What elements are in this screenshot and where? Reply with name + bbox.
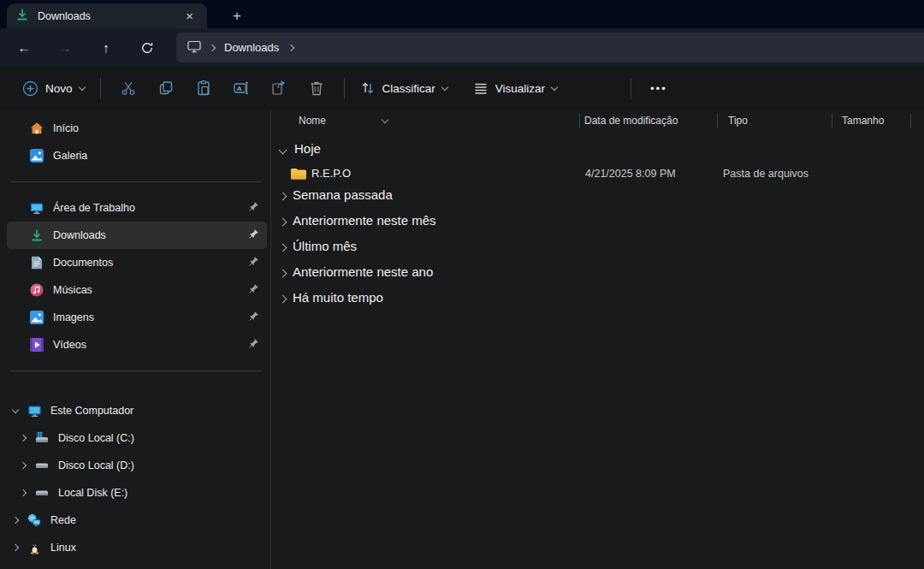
sidebar-item-documentos[interactable]: Documentos [7, 249, 267, 276]
breadcrumb-downloads[interactable]: Downloads [222, 41, 281, 54]
sidebar-item-musicas[interactable]: Músicas [7, 276, 267, 304]
chevron-right-icon[interactable] [18, 490, 28, 495]
close-tab-icon[interactable]: × [181, 8, 198, 24]
sidebar-item-videos[interactable]: Vídeos [7, 331, 267, 359]
sidebar-item-inicio[interactable]: Início [7, 115, 267, 142]
folder-icon [290, 167, 306, 181]
refresh-button[interactable] [130, 33, 164, 62]
group-label: Anteriormente neste ano [293, 264, 433, 279]
column-header-nome[interactable]: Nome [299, 115, 326, 127]
rename-icon: A [233, 80, 250, 97]
sidebar-item-imagens[interactable]: Imagens [7, 304, 267, 331]
column-resize-handle[interactable] [832, 114, 832, 128]
linux-penguin-icon [27, 541, 42, 554]
navigation-bar: ← → ↑ Downloads [0, 28, 924, 67]
sidebar-item-label: Disco Local (C:) [58, 432, 134, 444]
sort-button[interactable]: Classificar [353, 73, 454, 104]
group-header-ultimo-mes[interactable]: Último mês [271, 234, 924, 258]
pin-icon [248, 283, 259, 297]
drive-icon [34, 459, 50, 472]
group-header-semana-passada[interactable]: Semana passada [271, 183, 924, 206]
sidebar-item-label: Linux [50, 542, 76, 554]
videos-icon [29, 338, 44, 352]
view-list-icon [473, 80, 489, 96]
sidebar-item-label: Local Disk (E:) [58, 487, 127, 499]
chevron-down-icon [551, 83, 558, 90]
chevron-right-icon [280, 213, 286, 228]
column-header-tipo[interactable]: Tipo [728, 115, 748, 127]
file-date: 4/21/2025 8:09 PM [585, 168, 676, 180]
chevron-down-icon [78, 83, 85, 90]
share-button[interactable] [260, 73, 298, 104]
sidebar-item-galeria[interactable]: Galeria [7, 142, 267, 169]
sidebar-item-linux[interactable]: Linux [7, 534, 267, 561]
sidebar-item-rede[interactable]: Rede [7, 507, 267, 534]
tab-title: Downloads [38, 10, 181, 22]
chevron-right-icon[interactable] [10, 545, 21, 550]
sidebar-item-este-computador[interactable]: Este Computador [7, 397, 267, 424]
sort-icon [360, 80, 376, 96]
chevron-right-icon[interactable] [18, 436, 28, 441]
column-header-tamanho[interactable]: Tamanho [842, 115, 884, 127]
group-header-ha-muito-tempo[interactable]: Há muito tempo [271, 286, 924, 309]
back-button[interactable]: ← [7, 33, 41, 62]
copy-button[interactable] [147, 73, 185, 104]
sidebar-item-label: Rede [50, 514, 76, 526]
view-button[interactable]: Visualizar [466, 73, 564, 104]
group-header-anteriormente-neste-mes[interactable]: Anteriormente neste mês [271, 209, 924, 232]
explorer-tab[interactable]: Downloads × [7, 3, 207, 28]
sidebar-divider [10, 370, 262, 371]
svg-text:A: A [237, 85, 242, 92]
gallery-icon [29, 149, 44, 163]
column-resize-handle[interactable] [579, 114, 580, 128]
sidebar-item-downloads[interactable]: Downloads [7, 222, 267, 249]
group-label: Há muito tempo [293, 290, 383, 305]
chevron-right-icon[interactable] [10, 518, 21, 523]
address-bar[interactable]: Downloads [176, 33, 924, 62]
sidebar-item-label: Disco Local (D:) [58, 459, 134, 471]
chevron-down-icon [441, 83, 448, 90]
trash-icon [308, 80, 325, 97]
document-icon [29, 256, 44, 270]
paste-button[interactable] [185, 73, 222, 104]
paste-icon [195, 80, 212, 97]
group-header-anteriormente-neste-ano[interactable]: Anteriormente neste ano [271, 260, 924, 283]
column-header-data[interactable]: Data de modificação [584, 115, 678, 127]
file-row-repo[interactable]: R.E.P.O 4/21/2025 8:09 PM Pasta de arqui… [271, 162, 924, 185]
rename-button[interactable]: A [222, 73, 260, 104]
download-icon [29, 228, 44, 242]
sidebar-item-label: Documentos [53, 257, 113, 269]
sidebar: Início Galeria Área [0, 110, 271, 569]
more-options-button[interactable]: ••• [640, 82, 678, 95]
sidebar-item-area-de-trabalho[interactable]: Área de Trabalho [7, 194, 267, 222]
pin-icon [248, 256, 259, 270]
pin-icon [248, 228, 259, 242]
sidebar-item-label: Vídeos [53, 339, 86, 351]
pin-icon [248, 201, 259, 215]
delete-button[interactable] [298, 73, 335, 104]
sidebar-item-local-disk-e[interactable]: Local Disk (E:) [7, 479, 267, 507]
new-button[interactable]: Novo [15, 73, 92, 104]
home-icon [29, 122, 44, 135]
chevron-down-icon [280, 141, 286, 157]
column-resize-handle[interactable] [910, 114, 911, 128]
chevron-right-icon [287, 44, 294, 50]
sidebar-item-disco-local-c[interactable]: Disco Local (C:) [7, 424, 267, 452]
group-header-hoje[interactable]: Hoje [271, 137, 924, 160]
sort-button-label: Classificar [382, 82, 435, 95]
sidebar-item-label: Imagens [53, 311, 94, 323]
sidebar-item-disco-local-d[interactable]: Disco Local (D:) [7, 452, 267, 479]
file-type: Pasta de arquivos [723, 168, 808, 180]
share-icon [270, 80, 287, 97]
sidebar-item-label: Músicas [53, 284, 92, 296]
column-resize-handle[interactable] [717, 114, 718, 128]
chevron-down-icon[interactable] [10, 410, 21, 412]
sidebar-item-label: Área de Trabalho [53, 202, 135, 214]
chevron-right-icon [209, 44, 216, 50]
pin-icon [248, 311, 259, 324]
chevron-right-icon[interactable] [18, 463, 28, 468]
new-tab-button[interactable]: + [222, 3, 252, 28]
cut-button[interactable] [110, 73, 147, 104]
network-icon [27, 513, 42, 527]
up-button[interactable]: ↑ [89, 33, 123, 62]
